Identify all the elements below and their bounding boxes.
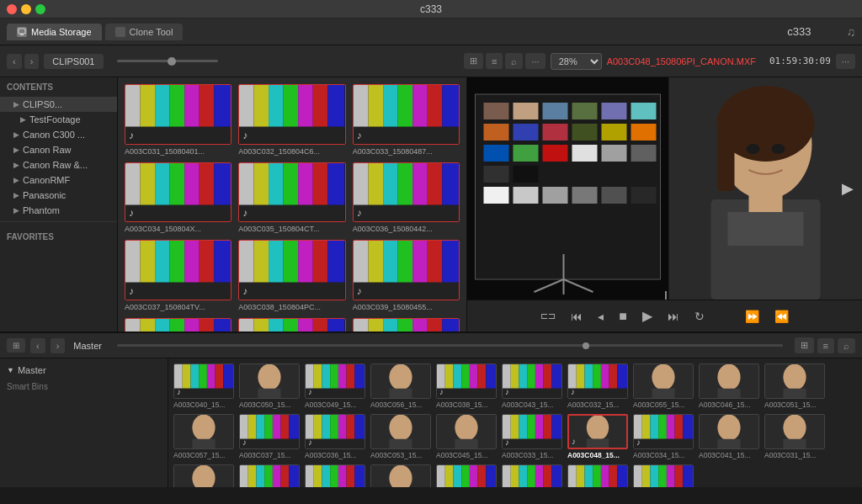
bottom-clip[interactable]: A003C050_15... — [239, 363, 300, 409]
sidebar-item-canonrmf[interactable]: ▶ CanonRMF — [0, 172, 117, 188]
svg-rect-122 — [513, 145, 539, 162]
search-slider[interactable] — [117, 60, 451, 62]
clip-thumb[interactable]: ♪ A003C039_15080455... — [353, 240, 460, 311]
bottom-grid[interactable]: ♪ A003C040_15... A003C050_15... ♪ A003C0… — [168, 358, 862, 487]
clip-thumb[interactable]: ♪ A003C032_150804C6... — [238, 84, 345, 156]
nav-prev-button[interactable]: ‹ — [7, 54, 22, 69]
mini-music-note-icon: ♪ — [505, 438, 509, 447]
bottom-clip[interactable]: A003C041_15... — [699, 414, 759, 459]
bottom-progress[interactable] — [117, 344, 783, 347]
rewind-button[interactable]: ⏪ — [771, 308, 792, 325]
skip-forward-button[interactable]: ⏭ — [664, 308, 683, 325]
maximize-button[interactable] — [35, 4, 45, 14]
minimize-button[interactable] — [21, 4, 31, 14]
bottom-clip[interactable]: A003C052_15... — [173, 464, 234, 487]
bottom-clip[interactable]: ♪ A003C036_15... — [305, 414, 365, 459]
bottom-clip[interactable]: A003C057_15... — [173, 414, 234, 459]
bottom-clip[interactable]: ♪ A003C032_15... — [567, 363, 628, 409]
sidebar-item-canonraw2[interactable]: ▶ Canon Raw &... — [0, 157, 117, 172]
clip-thumb[interactable]: ♪ A003C0... — [238, 318, 345, 332]
svg-rect-270 — [273, 465, 281, 487]
clip-thumb[interactable]: ♪ A003C0... — [353, 318, 460, 332]
clip-thumb[interactable]: ♪ A003C037_150804TV... — [125, 240, 231, 311]
master-section[interactable]: ▼ Master — [7, 363, 161, 377]
tab-clone-tool[interactable]: Clone Tool — [105, 24, 184, 40]
bottom-clip[interactable]: ♪ A003C043_15... — [502, 363, 562, 409]
bottom-clip-selected[interactable]: ♪ A003C048_15... — [567, 414, 628, 459]
bottom-clip[interactable]: ♪ A003C042_15... — [436, 464, 497, 487]
clip-thumb[interactable]: ♪ A003C033_15080487... — [353, 84, 460, 156]
stop-button[interactable]: ■ — [615, 307, 631, 326]
bottom-clip[interactable]: ♪ A003C035_15... — [502, 464, 562, 487]
skip-back-button[interactable]: ⏮ — [567, 308, 586, 325]
toolbar-more-button[interactable]: ··· — [836, 54, 855, 69]
bottom-clip[interactable]: ♪ A003C033_15... — [502, 414, 562, 459]
bottom-clip[interactable]: A003C046_15... — [699, 363, 759, 409]
svg-rect-27 — [442, 85, 459, 127]
bottom-clip[interactable]: ♪ A003C039_15... — [305, 464, 365, 487]
bottom-clip[interactable]: A003C056_15... — [370, 363, 431, 409]
bottom-clip[interactable]: A003C051_15... — [764, 363, 825, 409]
svg-rect-7 — [184, 85, 200, 127]
zoom-select[interactable]: 28% 50% 100% — [551, 53, 602, 70]
nav-next-button[interactable]: › — [24, 54, 40, 69]
list-view-bottom-button[interactable]: ≡ — [817, 338, 834, 353]
sidebar-item-panasonic[interactable]: ▶ Panasonic — [0, 188, 117, 203]
svg-rect-60 — [170, 241, 185, 283]
bottom-clip[interactable]: A003C053_15... — [370, 414, 431, 459]
sidebar-item-testfootage[interactable]: ▶ TestFootage — [0, 112, 117, 127]
bottom-view-button[interactable]: ⊞ — [7, 338, 25, 353]
sidebar-item-clips[interactable]: ▶ CLIPS0... — [0, 97, 117, 112]
bottom-clip[interactable]: ♪ A003C040_15... — [173, 363, 234, 409]
list-view-button[interactable]: ≡ — [486, 53, 503, 69]
svg-rect-317 — [658, 465, 667, 487]
bottom-clip[interactable]: A003C058_15... — [370, 464, 431, 487]
fast-forward-button[interactable]: ⏩ — [742, 308, 763, 325]
svg-rect-164 — [330, 364, 338, 389]
bottom-clip[interactable]: ♪ A003C054_15... — [633, 464, 694, 487]
clip-thumb[interactable]: ♪ A003C038_150804PC... — [238, 240, 345, 311]
sidebar-item-phantom[interactable]: ▶ Phantom — [0, 203, 117, 218]
svg-rect-111 — [543, 103, 568, 119]
sidebar-item-canonc300[interactable]: ▶ Canon C300 ... — [0, 127, 117, 142]
bottom-clip[interactable]: ♪ A003C038_15... — [436, 363, 497, 409]
loop-button[interactable]: ↻ — [691, 308, 708, 325]
play-button[interactable]: ▶ — [639, 306, 656, 326]
preview-area: ▶ ⊏⊐ ⏮ ◂ ■ ▶ ⏭ ↻ ⏩ ⏪ — [466, 77, 862, 332]
svg-rect-252 — [667, 415, 675, 439]
grid-view-button[interactable]: ⊞ — [464, 53, 483, 69]
clip-thumb[interactable]: ♪ A003C036_15080442... — [353, 162, 460, 234]
bottom-nav-prev[interactable]: ‹ — [30, 338, 45, 353]
bottom-clip[interactable]: ♪ A003C049_15... — [305, 363, 365, 409]
bottom-clip[interactable]: ♪ A003C037_15... — [239, 414, 300, 459]
bottom-clip[interactable]: A003C045_15... — [436, 414, 497, 459]
prev-frame-button[interactable]: ◂ — [594, 308, 607, 325]
svg-rect-55 — [354, 204, 459, 221]
bottom-clip[interactable]: ♪ A003C044_15... — [567, 464, 628, 487]
svg-rect-77 — [383, 241, 398, 283]
sidebar-item-testfootage-label: TestFootage — [29, 114, 81, 125]
clip-thumb[interactable]: ♪ A003C0... — [125, 318, 231, 332]
clip-thumb[interactable]: ♪ A003C035_150804CT... — [238, 162, 345, 234]
more-options-button[interactable]: ··· — [525, 53, 545, 69]
bottom-clip[interactable]: A003C031_15... — [764, 414, 825, 459]
svg-rect-309 — [601, 465, 609, 487]
search-button[interactable]: ⌕ — [505, 53, 523, 69]
svg-point-203 — [717, 364, 740, 390]
in-out-button[interactable]: ⊏⊐ — [537, 309, 559, 323]
search-bottom-button[interactable]: ⌕ — [838, 338, 855, 353]
bottom-clip-image: ♪ — [305, 464, 365, 487]
tab-media-storage[interactable]: Media Storage — [7, 24, 102, 40]
bottom-clip[interactable]: ♪ A003C047_15... — [239, 464, 300, 487]
clip-thumb[interactable]: ♪ A003C031_15080401... — [125, 84, 231, 156]
bottom-clip[interactable]: ♪ A003C034_15... — [633, 414, 694, 459]
svg-rect-218 — [289, 415, 299, 439]
preview-video[interactable]: ▶ — [467, 77, 862, 300]
media-grid-area[interactable]: ♪ A003C031_15080401... ♪ A003C03 — [118, 77, 466, 332]
sidebar-item-canonraw[interactable]: ▶ Canon Raw — [0, 142, 117, 157]
bottom-nav-next[interactable]: › — [51, 338, 66, 353]
bottom-clip[interactable]: A003C055_15... — [633, 363, 694, 409]
clip-thumb[interactable]: ♪ A003C034_150804X... — [125, 162, 231, 234]
close-button[interactable] — [7, 4, 17, 14]
grid-view-bottom-button[interactable]: ⊞ — [795, 337, 814, 353]
